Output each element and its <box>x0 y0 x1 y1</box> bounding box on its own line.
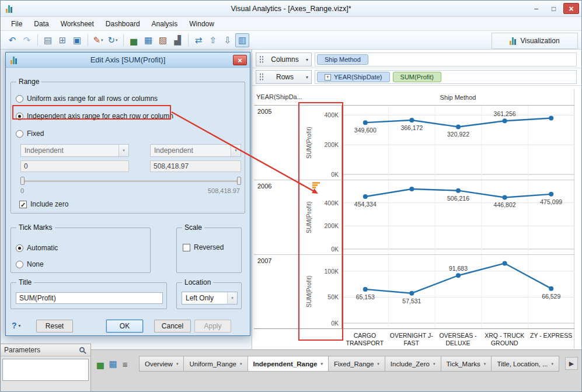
location-dropdown[interactable]: Left Only ▾ <box>182 292 238 304</box>
histogram-icon[interactable]: ▟ <box>170 33 184 47</box>
y-axis-2006[interactable]: SUM(Profit)400K200K0K <box>304 180 341 255</box>
sheet-tab-tick-marks[interactable]: Tick_Marks▾ <box>441 356 492 372</box>
toolbar-separator <box>123 34 124 46</box>
grid-icon[interactable]: ▦ <box>141 33 155 47</box>
include-zero-checkbox[interactable]: ✓ Include zero <box>19 200 68 208</box>
sheet-tab-uniform-range[interactable]: Uniform_Range▾ <box>183 356 248 372</box>
sheet-sorter-icon[interactable]: ▅ <box>97 359 104 369</box>
category-label-overnight-j-fast[interactable]: OVERNIGHT J-FAST <box>388 332 435 349</box>
plot-2007[interactable]: 65,15357,53191,68366,529 <box>341 255 574 329</box>
menu-worksheet[interactable]: Worksheet <box>55 18 100 30</box>
axis-max-field <box>150 160 241 172</box>
undo-icon[interactable]: ↶ <box>5 33 19 47</box>
maximize-button[interactable]: □ <box>546 3 562 14</box>
apply-button: Apply <box>194 320 231 332</box>
range-option-independent-axis-range-for-each-row-or-column[interactable]: Independent axis range for each row or c… <box>16 111 173 121</box>
app-window: Visual Analytics - [Axes_Range.vizx]* –□… <box>0 0 582 392</box>
edit-axes-icon[interactable]: ▥ <box>235 33 249 47</box>
tick-marks-option-automatic[interactable]: Automatic <box>16 243 58 253</box>
row-field-header[interactable]: YEAR(ShipDa... <box>254 89 341 106</box>
slider-max-label: 508,418.97 <box>208 187 240 194</box>
visualization-tab[interactable]: Visualization <box>492 33 578 49</box>
menu-dashboard[interactable]: Dashboard <box>100 18 146 30</box>
parameters-header: Parameters <box>1 344 90 356</box>
swap-axes-icon[interactable]: ⇄ <box>191 33 205 47</box>
columns-shelf[interactable]: Ship Method <box>315 52 577 66</box>
tab-scroll-right-icon[interactable]: ▶ <box>565 357 578 370</box>
parameters-panel: Parameters <box>1 344 91 392</box>
sheet-tab-independent-range[interactable]: Independent_Range▾ <box>248 356 329 372</box>
search-icon[interactable] <box>79 347 85 352</box>
help-button[interactable]: ? ▾ <box>12 321 21 330</box>
axis-title-field[interactable] <box>16 292 163 304</box>
sheet-tab-include-zero[interactable]: Include_Zero▾ <box>385 356 441 372</box>
sheet-tab-overview[interactable]: Overview▾ <box>139 356 184 372</box>
title-legend: Title <box>16 278 34 286</box>
dialog-close-button[interactable]: × <box>233 55 247 65</box>
pill-sum-profit[interactable]: SUM(Profit) <box>393 72 441 82</box>
sheet-tab-fixed-range[interactable]: Fixed_Range▾ <box>328 356 385 372</box>
redo-icon[interactable]: ↷ <box>20 33 34 47</box>
grip-icon <box>259 73 264 81</box>
location-value: Left Only <box>186 294 214 302</box>
dialog-body: Range Independent ▾ Independent ▾ 0 <box>6 68 250 335</box>
range-option-fixed[interactable]: Fixed <box>16 129 44 138</box>
y-axis-2007[interactable]: SUM(Profit)100K50K0K <box>304 255 341 329</box>
pill-year-shipdate[interactable]: +YEAR(ShipDate) <box>317 72 390 82</box>
rows-button[interactable]: Rows ▾ <box>256 70 312 84</box>
cancel-button[interactable]: Cancel <box>154 320 191 332</box>
menu-analysis[interactable]: Analysis <box>146 18 184 30</box>
menu-bar: FileDataWorksheetDashboardAnalysisWindow <box>1 17 581 31</box>
plot-2006[interactable]: 454,334506,216446,802475,099 <box>341 180 574 255</box>
menu-data[interactable]: Data <box>28 18 54 30</box>
category-label-zy-express[interactable]: ZY - EXPRESS <box>528 332 574 349</box>
checkbox-checked-icon: ✓ <box>19 201 27 208</box>
format-painter-icon[interactable]: ✎▾ <box>91 33 105 47</box>
range-mode-left-value: Independent <box>25 146 64 155</box>
columns-shelf-row: Columns ▾ Ship Method <box>252 51 582 68</box>
expand-icon[interactable]: + <box>325 74 331 80</box>
range-option-uniform-axis-range-for-all-rows-or-columns[interactable]: Uniform axis range for all rows or colum… <box>16 94 158 103</box>
sheet-tab-title-location[interactable]: Title, Location, ...▾ <box>491 356 559 372</box>
reversed-checkbox[interactable]: Reversed <box>183 243 224 251</box>
duplicate-worksheet-icon[interactable]: ⊞ <box>55 33 69 47</box>
reset-button[interactable]: Reset <box>36 320 73 332</box>
menu-file[interactable]: File <box>5 18 28 30</box>
row-label-2007[interactable]: 2007 <box>254 255 304 329</box>
parameters-list[interactable] <box>2 359 89 381</box>
sort-descending-icon[interactable]: ⇩ <box>221 33 235 47</box>
radio-icon <box>16 95 23 103</box>
minimize-button[interactable]: – <box>528 3 544 14</box>
list-view-icon[interactable]: ≡ <box>123 359 128 369</box>
columns-button[interactable]: Columns ▾ <box>256 52 312 66</box>
refresh-icon[interactable]: ↻▾ <box>106 33 120 47</box>
visualization-label: Visualization <box>520 37 559 45</box>
menu-window[interactable]: Window <box>183 18 220 30</box>
save-icon[interactable]: ▣ <box>70 33 84 47</box>
pill-ship-method[interactable]: Ship Method <box>317 54 368 65</box>
category-label-overseas-deluxe[interactable]: OVERSEAS -DELUXE <box>435 332 482 349</box>
plot-2005[interactable]: 349,600366,172320,922361,256 <box>341 106 574 180</box>
column-field-header[interactable]: Ship Method <box>341 89 574 106</box>
row-label-2005[interactable]: 2005 <box>254 106 304 180</box>
category-label-xrq-truck-ground[interactable]: XRQ - TRUCKGROUND <box>481 332 528 349</box>
bar-chart-icon[interactable]: ▅ <box>127 33 141 47</box>
y-axis-2005[interactable]: SUM(Profit)400K200K0K <box>304 106 341 180</box>
svg-text:454,334: 454,334 <box>354 201 377 208</box>
combo-chart-icon[interactable]: ▨ <box>156 33 170 47</box>
window-title: Visual Analytics - [Axes_Range.vizx]* <box>1 1 581 17</box>
dropdown-caret-icon: ▾ <box>377 362 379 366</box>
chevron-down-icon: ▾ <box>231 145 241 156</box>
sort-ascending-icon[interactable]: ⇧ <box>206 33 220 47</box>
radio-icon <box>16 130 23 138</box>
tick-marks-option-none[interactable]: None <box>16 260 44 269</box>
grid-view-icon[interactable]: ▦ <box>109 359 117 369</box>
new-worksheet-icon[interactable]: ▤ <box>41 33 55 47</box>
row-label-2006[interactable]: 2006 <box>254 180 304 255</box>
y-axis-title: SUM(Profit) <box>304 255 313 328</box>
category-label-cargo-transport[interactable]: CARGOTRANSPORT <box>341 332 388 349</box>
ok-button[interactable]: OK <box>106 320 143 332</box>
rows-shelf[interactable]: +YEAR(ShipDate)SUM(Profit) <box>315 70 577 84</box>
close-button[interactable]: × <box>563 3 579 14</box>
svg-text:320,922: 320,922 <box>447 131 469 138</box>
